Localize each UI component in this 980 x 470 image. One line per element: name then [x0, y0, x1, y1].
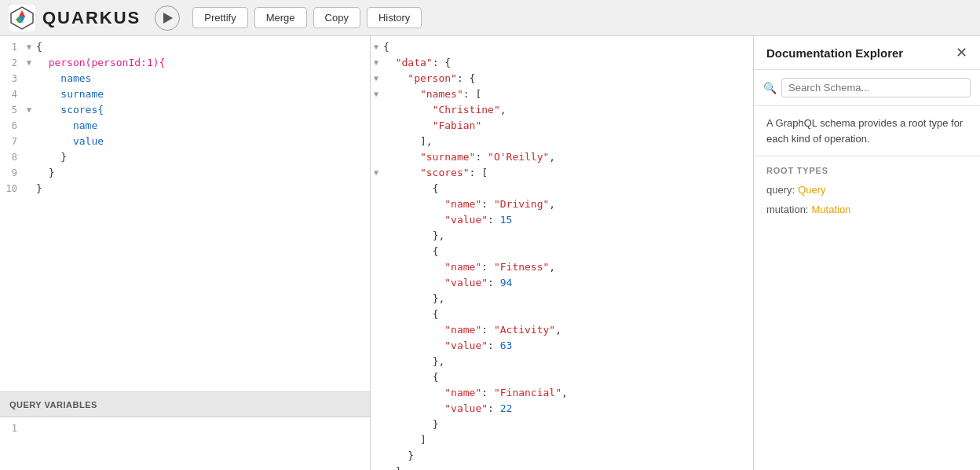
response-content: "person": { [382, 71, 753, 86]
docs-description: A GraphQL schema provides a root type fo… [754, 106, 980, 156]
response-content: { [382, 369, 753, 385]
response-line: ▼{ [371, 39, 753, 55]
response-content: { [382, 181, 753, 196]
play-icon [163, 13, 173, 24]
code-content: { [35, 39, 370, 55]
response-line: }, [371, 228, 753, 244]
response-fold-arrow[interactable]: ▼ [371, 71, 382, 86]
line-number: 9 [0, 165, 24, 181]
response-content: }, [382, 228, 753, 244]
response-content: } [382, 448, 753, 464]
line-number: 6 [0, 118, 24, 134]
query-variables-editor[interactable]: 1 [0, 417, 370, 470]
fold-arrow[interactable]: ▼ [24, 102, 35, 118]
line-number: 8 [0, 149, 24, 165]
response-line: "name": "Fitness", [371, 259, 753, 275]
response-line: ] [371, 432, 753, 448]
history-button[interactable]: History [367, 7, 422, 28]
response-line: "value": 15 [371, 212, 753, 228]
response-fold-arrow[interactable]: ▼ [371, 55, 382, 71]
response-line: "name": "Activity", [371, 322, 753, 338]
response-line: "value": 94 [371, 275, 753, 291]
mutation-type-link[interactable]: Mutation [811, 204, 850, 215]
response-line: "value": 22 [371, 401, 753, 417]
search-icon: 🔍 [763, 82, 777, 94]
docs-root-types-label: ROOT TYPES [754, 156, 980, 180]
response-line: ▼ "names": [ [371, 86, 753, 102]
response-content: "value": 63 [382, 338, 753, 354]
response-line: ], [371, 134, 753, 149]
fold-arrow[interactable]: ▼ [24, 55, 35, 71]
prettify-button[interactable]: Prettify [192, 7, 247, 28]
fold-arrow[interactable]: ▼ [24, 39, 35, 55]
docs-search-input[interactable] [781, 78, 971, 97]
response-fold-arrow[interactable]: ▼ [371, 86, 382, 102]
query-line: 8 } [0, 149, 370, 165]
response-content: }, [382, 354, 753, 369]
code-content: names [35, 71, 370, 86]
response-content: "names": [ [382, 86, 753, 102]
run-button[interactable] [155, 6, 180, 31]
response-content: "name": "Fitness", [382, 259, 753, 275]
line-number: 3 [0, 71, 24, 86]
query-line: 3 names [0, 71, 370, 86]
docs-panel: Documentation Explorer ✕ 🔍 A GraphQL sch… [754, 36, 980, 470]
line-number: 7 [0, 134, 24, 149]
response-content: ] [382, 432, 753, 448]
response-line: } [371, 417, 753, 432]
response-content: "name": "Activity", [382, 322, 753, 338]
response-content: "surname": "O'Reilly", [382, 149, 753, 165]
response-fold-arrow[interactable]: ▼ [371, 39, 382, 55]
response-content: } [382, 417, 753, 432]
response-content: }, [382, 291, 753, 307]
response-line: "name": "Financial", [371, 385, 753, 401]
docs-mutation-row: mutation: Mutation [754, 200, 980, 219]
query-line: 10} [0, 181, 370, 196]
query-label: query: [766, 184, 795, 196]
quarkus-logo-icon [8, 4, 36, 32]
response-line: } [371, 464, 753, 470]
query-line: 5▼ scores{ [0, 102, 370, 118]
response-line: { [371, 369, 753, 385]
response-panel[interactable]: ▼{▼ "data": {▼ "person": {▼ "names": [ "… [371, 36, 754, 470]
docs-close-button[interactable]: ✕ [956, 46, 967, 60]
logo-text: QUARKUS [42, 8, 141, 28]
response-fold-arrow[interactable]: ▼ [371, 165, 382, 181]
docs-title: Documentation Explorer [766, 46, 903, 60]
query-variables-label: QUERY VARIABLES [9, 400, 97, 409]
line-number: 10 [0, 181, 24, 196]
response-line: "surname": "O'Reilly", [371, 149, 753, 165]
response-content: "value": 15 [382, 212, 753, 228]
response-content: } [382, 464, 753, 470]
response-line: } [371, 448, 753, 464]
code-content: name [35, 118, 370, 134]
var-line: 1 [0, 420, 370, 436]
header: QUARKUS Prettify Merge Copy History [0, 0, 980, 36]
line-number: 2 [0, 55, 24, 71]
query-variables-bar[interactable]: QUERY VARIABLES [0, 391, 370, 417]
response-content: "value": 22 [382, 401, 753, 417]
copy-button[interactable]: Copy [313, 7, 360, 28]
query-line: 2▼ person(personId:1){ [0, 55, 370, 71]
var-line-number: 1 [0, 420, 24, 436]
response-content: "Fabian" [382, 118, 753, 134]
response-line: "Fabian" [371, 118, 753, 134]
query-line: 6 name [0, 118, 370, 134]
main-content: 1▼{2▼ person(personId:1){3 names4 surnam… [0, 36, 980, 470]
code-content: } [35, 165, 370, 181]
docs-header: Documentation Explorer ✕ [754, 36, 980, 70]
code-content: value [35, 134, 370, 149]
response-line: ▼ "scores": [ [371, 165, 753, 181]
response-line: }, [371, 354, 753, 369]
response-content: { [382, 39, 753, 55]
code-content: scores{ [35, 102, 370, 118]
response-content: "name": "Driving", [382, 196, 753, 212]
query-type-link[interactable]: Query [798, 184, 825, 196]
merge-button[interactable]: Merge [254, 7, 307, 28]
response-line: ▼ "data": { [371, 55, 753, 71]
response-line: "name": "Driving", [371, 196, 753, 212]
query-editor[interactable]: 1▼{2▼ person(personId:1){3 names4 surnam… [0, 36, 370, 391]
response-line: { [371, 181, 753, 196]
query-editor-panel: 1▼{2▼ person(personId:1){3 names4 surnam… [0, 36, 371, 470]
code-content: } [35, 181, 370, 196]
